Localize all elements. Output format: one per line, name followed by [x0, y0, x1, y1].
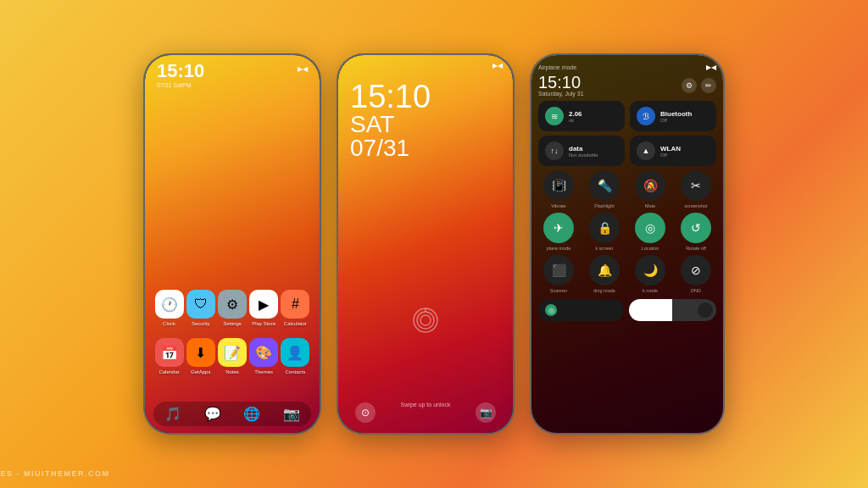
ctrl-tile1-sub: ok [569, 118, 618, 123]
phone-2-background: ▶◀ 15:10 SAT 07/31 Swipe up to unlock [338, 55, 513, 433]
phone2-dots-icon[interactable]: ⊙ [355, 402, 376, 423]
ctrl-location[interactable]: ◎ Location [630, 213, 670, 251]
app-getapps[interactable]: ⬇ GetApps [186, 338, 215, 374]
screenshot-btn[interactable]: ✂ [681, 170, 711, 201]
app-themes-label: Themes [254, 369, 273, 374]
phone-2-status-bar: ▶◀ [492, 62, 503, 69]
app-settings[interactable]: ⚙ Settings [218, 290, 247, 326]
themes-icon: 🎨 [255, 345, 272, 361]
app-clock-label: Clock [163, 321, 175, 326]
ctrl-vibrate[interactable]: 📳 Vibrate [538, 170, 579, 208]
watermark-text: VISIT FOR MORE THEMES - MIUITHEMER.COM [0, 469, 434, 478]
mute-label: Mute [645, 203, 655, 208]
ctrl-flashlight[interactable]: 🔦 Flashlight [584, 170, 625, 208]
fingerprint-icon[interactable] [412, 307, 439, 340]
ctrl-scanner[interactable]: ⬛ Scanner [538, 255, 579, 293]
ctrl-tile-bluetooth[interactable]: ℬ Bluetooth Off [630, 101, 716, 131]
app-security[interactable]: 🛡 Security [186, 290, 215, 326]
ctrl-tile1-main: 2.06 [569, 110, 618, 118]
ctrl-dnd[interactable]: ⊘ DND [676, 255, 716, 293]
rotate-label: Rotate off [686, 246, 706, 251]
svg-point-2 [420, 315, 431, 325]
app-notes[interactable]: 📝 Notes [218, 338, 247, 374]
app-calendar[interactable]: 📅 Calendar [155, 338, 184, 374]
ctrl-tile3-main: data [569, 145, 618, 152]
app-playstore-label: Play Store [252, 321, 275, 326]
ctrl-data1-icon: ≋ [545, 107, 564, 125]
location-btn[interactable]: ◎ [635, 213, 665, 243]
ctrl-k-mode[interactable]: 🌙 k mode [630, 255, 670, 293]
scanner-label: Scanner [550, 288, 568, 293]
k-mode-btn[interactable]: 🌙 [635, 255, 665, 286]
ctrl-data-icon: ↑↓ [545, 141, 564, 160]
ctrl-time: 15:10 [538, 74, 584, 91]
vibrate-btn[interactable]: 📳 [543, 170, 574, 201]
ctrl-action-icons: ⚙ ✏ [682, 78, 716, 93]
ctrl-status-icons: ▶◀ [706, 64, 716, 71]
slider-knob[interactable] [698, 302, 713, 318]
flashlight-btn[interactable]: 🔦 [589, 170, 620, 201]
app-themes[interactable]: 🎨 Themes [249, 338, 278, 374]
dnd-btn[interactable]: ⊘ [681, 255, 711, 286]
lock-screen-label: k screen [596, 246, 614, 251]
ctrl-rotate[interactable]: ↺ Rotate off [676, 213, 716, 251]
app-clock[interactable]: 🕐 Clock [155, 290, 184, 326]
ctrl-wlan-text: WLAN Off [660, 145, 709, 158]
plane-mode-btn[interactable]: ✈ [543, 213, 574, 243]
ctrl-data-text: data Not available [569, 145, 618, 158]
app-row-1: 🕐 Clock 🛡 Security ⚙ Settings ▶ [153, 290, 311, 326]
ctrl-plane-mode[interactable]: ✈ plane mode [538, 213, 579, 251]
phone-2: ▶◀ 15:10 SAT 07/31 Swipe up to unlock [337, 53, 515, 435]
plane-mode-label: plane mode [547, 246, 571, 251]
security-icon: 🛡 [194, 297, 208, 312]
phone-2-time: 15:10 [350, 80, 431, 113]
ctrl-bluetooth-icon: ℬ [637, 107, 655, 125]
app-calculator[interactable]: # Calculator [281, 290, 309, 326]
calendar-icon: 📅 [161, 345, 178, 361]
ctrl-tile3-sub: Not available [569, 152, 618, 158]
app-contacts[interactable]: 👤 Contacts [281, 338, 309, 374]
phone-1-apps: 🕐 Clock 🛡 Security ⚙ Settings ▶ [145, 290, 320, 386]
ctrl-bottom-row: ◎ [538, 299, 716, 321]
ctrl-tiles-row2: ↑↓ data Not available ▲ WLAN Off [538, 136, 716, 166]
ctrl-screenshot[interactable]: ✂ screenshot [676, 170, 716, 208]
phone-2-bottom-bar: ⊙ 📷 [338, 402, 513, 423]
phone2-camera-icon[interactable]: 📷 [476, 402, 496, 423]
phone-3-screen: Airplane mode ▶◀ 15:10 Saturday, July 31… [531, 55, 723, 433]
rotate-btn[interactable]: ↺ [681, 213, 711, 243]
phone2-signal-icon: ▶◀ [492, 62, 503, 69]
dock-camera[interactable]: 📷 [283, 406, 300, 422]
ctrl-search-box[interactable]: ◎ [538, 299, 624, 321]
ctrl-ding-mode[interactable]: 🔔 ding mode [584, 255, 625, 293]
ctrl-tile-data[interactable]: ↑↓ data Not available [538, 136, 625, 166]
search-circle-icon: ◎ [545, 304, 557, 316]
dock-browser[interactable]: 🌐 [243, 406, 260, 422]
ctrl-tile-wlan[interactable]: ▲ WLAN Off [630, 136, 716, 166]
app-notes-label: Notes [225, 369, 239, 374]
brightness-slider[interactable] [629, 299, 716, 321]
scanner-btn[interactable]: ⬛ [543, 255, 574, 286]
ctrl-edit-icon[interactable]: ✏ [701, 78, 716, 93]
settings-icon: ⚙ [226, 297, 238, 313]
ctrl-date: Saturday, July 31 [538, 91, 584, 97]
ctrl-bluetooth-text: Bluetooth Off [660, 110, 709, 123]
ctrl-play-icon: ▶◀ [706, 64, 716, 71]
mute-btn[interactable]: 🔕 [635, 170, 665, 201]
location-label: Location [642, 246, 659, 251]
lock-screen-btn[interactable]: 🔒 [589, 213, 620, 243]
dock-music[interactable]: 🎵 [164, 406, 181, 422]
phone-3-background: Airplane mode ▶◀ 15:10 Saturday, July 31… [531, 55, 723, 433]
ctrl-tile4-main: WLAN [660, 145, 709, 152]
ctrl-tile-data1[interactable]: ≋ 2.06 ok [538, 101, 625, 131]
ctrl-mute[interactable]: 🔕 Mute [630, 170, 670, 208]
playstore-icon: ▶ [259, 297, 269, 313]
ding-mode-btn[interactable]: 🔔 [589, 255, 620, 286]
phones-container: 15:10 07/31 SatPM ▶◀ 🕐 Clock 🛡 [0, 0, 868, 488]
ctrl-lock-screen[interactable]: 🔒 k screen [584, 213, 625, 251]
clock-icon: 🕐 [161, 297, 178, 313]
phone-1-time: 15:10 [157, 62, 204, 80]
app-playstore[interactable]: ▶ Play Store [249, 290, 278, 326]
ctrl-quick-row1: 📳 Vibrate 🔦 Flashlight 🔕 Mute ✂ [538, 170, 716, 208]
dock-messages[interactable]: 💬 [204, 406, 221, 422]
ctrl-settings-icon[interactable]: ⚙ [682, 78, 697, 93]
